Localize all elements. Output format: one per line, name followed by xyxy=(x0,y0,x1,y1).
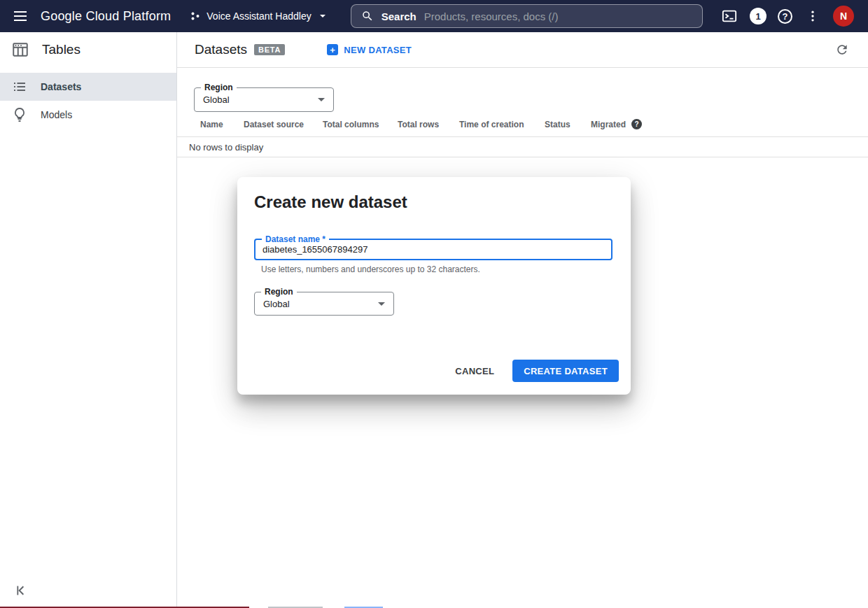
topbar-actions: 1 ? N xyxy=(720,6,854,27)
sidebar-header: Tables xyxy=(0,32,176,67)
list-icon xyxy=(11,78,28,95)
column-total-rows: Total rows xyxy=(398,120,459,129)
dropdown-arrow-icon xyxy=(378,302,385,306)
sidebar: Tables Datasets Models xyxy=(0,32,177,608)
dataset-name-helper-text: Use letters, numbers and underscores up … xyxy=(261,264,480,274)
project-icon xyxy=(190,10,201,22)
menu-icon[interactable] xyxy=(11,7,29,25)
dialog-region-select[interactable]: Region Global xyxy=(254,292,394,316)
search-label: Search xyxy=(382,10,416,22)
empty-table-message: No rows to display xyxy=(177,137,868,157)
new-dataset-button[interactable]: + NEW DATASET xyxy=(327,44,412,55)
sidebar-item-datasets[interactable]: Datasets xyxy=(0,73,176,101)
collapse-sidebar-icon[interactable] xyxy=(11,581,29,600)
sidebar-nav: Datasets Models xyxy=(0,73,176,129)
new-dataset-label: NEW DATASET xyxy=(344,45,412,55)
select-label: Region xyxy=(201,83,237,92)
dropdown-arrow-icon xyxy=(318,98,325,101)
refresh-icon[interactable] xyxy=(833,41,851,59)
region-filter-select[interactable]: Region Global xyxy=(194,87,334,112)
dialog-actions: CANCEL CREATE DATASET xyxy=(448,360,619,382)
column-status: Status xyxy=(545,120,591,129)
select-label: Region xyxy=(261,287,297,297)
dataset-name-label: Dataset name * xyxy=(262,234,329,244)
topbar: Google Cloud Platform Voice Assistant Ha… xyxy=(0,0,868,32)
column-migrated: Migrated xyxy=(591,120,626,129)
nav-label: Datasets xyxy=(41,81,81,92)
dataset-name-field: Dataset name * xyxy=(254,239,612,260)
avatar[interactable]: N xyxy=(833,6,854,27)
more-options-icon[interactable] xyxy=(804,7,822,25)
project-name: Voice Assistant Haddley xyxy=(206,10,311,22)
column-name: Name xyxy=(200,120,244,129)
help-icon[interactable]: ? xyxy=(778,9,792,24)
create-dataset-button[interactable]: CREATE DATASET xyxy=(512,360,619,382)
page-title: Datasets xyxy=(195,42,247,57)
migrated-help-icon[interactable]: ? xyxy=(631,119,642,129)
project-selector[interactable]: Voice Assistant Haddley xyxy=(190,10,325,22)
beta-badge: BETA xyxy=(254,44,285,55)
select-value: Global xyxy=(203,94,230,105)
search-bar[interactable]: Search Products, resources, docs (/) xyxy=(351,4,703,28)
lightbulb-icon xyxy=(11,106,28,123)
search-placeholder: Products, resources, docs (/) xyxy=(424,10,559,22)
select-value: Global xyxy=(263,299,290,309)
cancel-button[interactable]: CANCEL xyxy=(448,360,501,382)
table-header: Name Dataset source Total columns Total … xyxy=(177,112,868,137)
cloud-shell-icon[interactable] xyxy=(720,7,738,25)
plus-icon: + xyxy=(327,44,338,55)
app-logo[interactable]: Google Cloud Platform xyxy=(41,9,171,24)
search-icon xyxy=(361,10,374,22)
sidebar-item-models[interactable]: Models xyxy=(0,101,176,129)
notifications-button[interactable]: 1 xyxy=(750,8,766,24)
chevron-down-icon xyxy=(320,15,326,17)
sidebar-title: Tables xyxy=(42,42,80,57)
column-dataset-source: Dataset source xyxy=(244,120,323,129)
nav-label: Models xyxy=(41,109,72,120)
main-header: Datasets BETA + NEW DATASET xyxy=(177,32,868,68)
create-dataset-dialog: Create new dataset Dataset name * Use le… xyxy=(237,177,631,395)
column-time-of-creation: Time of creation xyxy=(459,120,545,129)
dialog-title: Create new dataset xyxy=(254,192,614,212)
column-total-columns: Total columns xyxy=(323,120,398,129)
tables-icon xyxy=(11,41,29,59)
